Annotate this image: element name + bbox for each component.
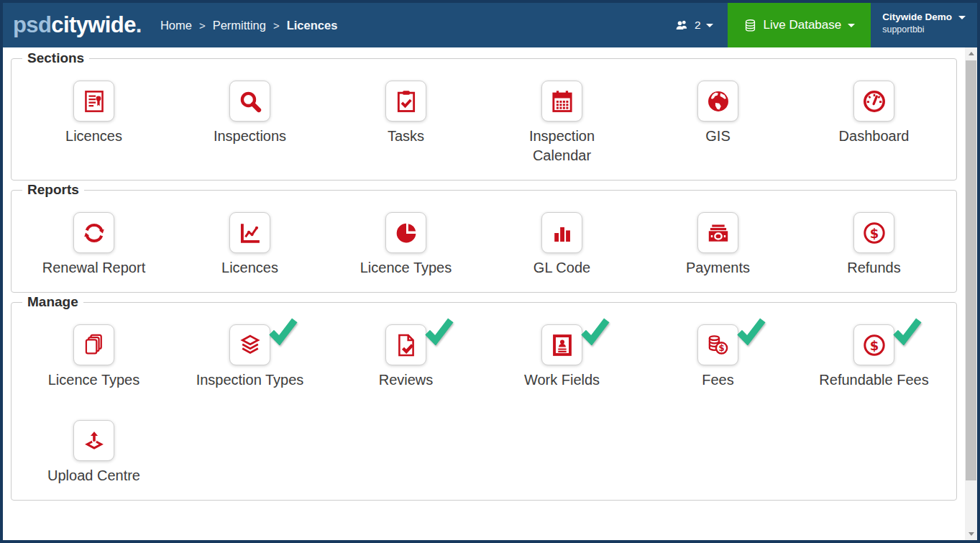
tile-label: Tasks	[388, 127, 424, 146]
tile-cell: Licences	[16, 81, 172, 165]
tile-label: Renewal Report	[42, 258, 145, 278]
live-database-label: Live Database	[764, 18, 842, 32]
tile-inspection-types[interactable]	[229, 324, 270, 365]
calendar-icon	[549, 88, 575, 114]
app-logo[interactable]: psdcitywide.	[3, 3, 160, 47]
tile-renewal-report[interactable]	[73, 212, 114, 253]
tile-dashboard[interactable]	[853, 81, 894, 122]
tile-label: Refunds	[847, 258, 901, 278]
breadcrumb-separator: >	[199, 19, 206, 32]
scrollbar-thumb[interactable]	[966, 60, 976, 480]
tile-label: Work Fields	[524, 370, 600, 390]
group-manage: Manage Licence Types Inspection Types Re…	[11, 302, 957, 501]
account-name: Citywide Demo	[882, 11, 952, 24]
tile-cell: Tasks	[328, 81, 484, 165]
tile-cell: GIS	[640, 81, 796, 165]
check-icon	[577, 315, 612, 345]
bar-chart-icon	[549, 220, 575, 246]
account-username: supportbbi	[882, 24, 952, 35]
check-icon	[733, 315, 768, 345]
group-title: Sections	[22, 50, 89, 66]
tile-cell: Payments	[640, 212, 796, 278]
tile-cell: Fees	[640, 324, 796, 390]
tile-cell: Reviews	[328, 324, 484, 390]
group-title: Reports	[22, 182, 84, 198]
tile-gl-code[interactable]	[541, 212, 582, 253]
online-users-dropdown[interactable]: 2	[660, 3, 728, 47]
tile-reviews[interactable]	[385, 324, 426, 365]
tile-label: GL Code	[533, 258, 590, 278]
logo-citywide: citywide	[51, 12, 136, 38]
coins-dollar-icon	[705, 332, 731, 358]
file-check-icon	[393, 332, 419, 358]
group-grid: Renewal Report Licences Licence Types GL…	[16, 191, 952, 292]
page-content: Sections Licences Inspections Tasks Insp…	[3, 47, 977, 540]
group-reports: Reports Renewal Report Licences Licence …	[11, 190, 957, 293]
live-database-dropdown[interactable]: Live Database	[728, 3, 871, 47]
tile-licences[interactable]	[229, 212, 270, 253]
logo-psd: psd	[13, 12, 51, 38]
tile-refundable-fees[interactable]	[853, 324, 894, 365]
tile-label: Refundable Fees	[819, 370, 928, 390]
dollar-circle-icon	[861, 332, 887, 358]
magnifier-icon	[237, 88, 263, 114]
tile-label: GIS	[705, 127, 730, 146]
groups: Sections Licences Inspections Tasks Insp…	[3, 47, 965, 540]
breadcrumb-item-home[interactable]: Home	[160, 19, 192, 32]
scroll-up-button[interactable]	[965, 47, 977, 60]
caret-down-icon	[958, 16, 966, 19]
tile-tasks[interactable]	[385, 81, 426, 122]
tile-label: Licences	[65, 127, 122, 146]
tile-licence-types[interactable]	[73, 324, 114, 365]
tile-refunds[interactable]	[853, 212, 894, 253]
line-chart-icon	[237, 220, 263, 246]
tile-fees[interactable]	[697, 324, 738, 365]
group-grid: Licences Inspections Tasks Inspection Ca…	[16, 59, 952, 180]
top-navbar: psdcitywide. Home>Permitting>Licences 2	[3, 3, 977, 47]
caret-down-icon	[706, 24, 713, 27]
tile-label: Licence Types	[48, 370, 140, 390]
check-icon	[265, 315, 300, 345]
tile-label: Payments	[686, 258, 750, 278]
tile-work-fields[interactable]	[541, 324, 582, 365]
tile-payments[interactable]	[697, 212, 738, 253]
tile-label: Inspection Calendar	[500, 127, 624, 165]
tile-cell: GL Code	[484, 212, 640, 278]
scroll-down-button[interactable]	[965, 528, 977, 540]
gauge-icon	[861, 88, 887, 114]
tile-upload-centre[interactable]	[73, 420, 114, 461]
tile-cell: Inspection Types	[172, 324, 328, 390]
layers-icon	[237, 332, 263, 358]
tile-label: Licences	[221, 258, 278, 278]
tile-licence-types[interactable]	[385, 212, 426, 253]
tile-label: Inspection Types	[196, 370, 304, 390]
group-title: Manage	[22, 294, 83, 310]
breadcrumb: Home>Permitting>Licences	[160, 3, 337, 47]
tile-label: Fees	[702, 370, 733, 390]
account-menu[interactable]: Citywide Demo supportbbi	[871, 3, 977, 47]
tile-label: Dashboard	[839, 127, 910, 146]
tile-cell: Renewal Report	[16, 212, 172, 278]
scroll-down-arrow-icon	[968, 532, 974, 536]
upload-box-icon	[81, 428, 107, 454]
tile-licences[interactable]	[73, 81, 114, 122]
scrollbar-track[interactable]	[965, 60, 977, 528]
tile-cell: Licences	[172, 212, 328, 278]
navbar-right: 2 Live Database Citywide Demo supportbbi	[660, 3, 977, 47]
check-icon	[889, 315, 924, 345]
app-window: psdcitywide. Home>Permitting>Licences 2	[0, 0, 980, 543]
dollar-circle-icon	[861, 220, 887, 246]
check-icon	[421, 315, 456, 345]
vertical-scrollbar	[965, 47, 977, 540]
online-user-count: 2	[695, 19, 701, 32]
tile-gis[interactable]	[697, 81, 738, 122]
breadcrumb-item-permitting[interactable]: Permitting	[213, 19, 266, 32]
tile-cell: Licence Types	[328, 212, 484, 278]
copy-pages-icon	[81, 332, 107, 358]
tile-inspections[interactable]	[229, 81, 270, 122]
tile-cell: Upload Centre	[16, 420, 172, 485]
clipboard-check-icon	[393, 88, 419, 114]
tile-cell: Refundable Fees	[796, 324, 952, 390]
tile-inspection-calendar[interactable]	[541, 81, 582, 122]
tile-cell: Licence Types	[16, 324, 172, 390]
